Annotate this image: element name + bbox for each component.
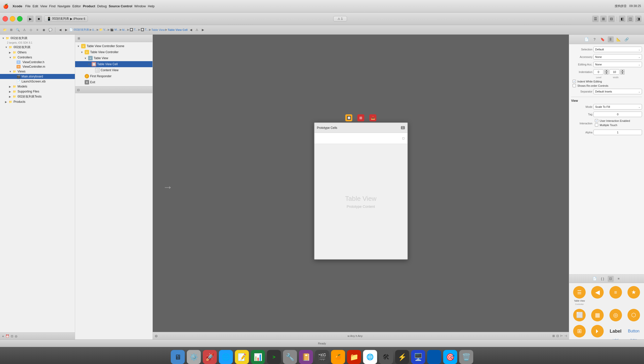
dock-finder[interactable]: 🖥 (171, 350, 185, 364)
nav-item-main-group[interactable]: ▼ 📁 002好友列表 (0, 45, 75, 50)
editing-acc-control[interactable]: None ⌄ (593, 62, 642, 67)
dock-sysprefs[interactable]: ⚙️ (187, 350, 201, 364)
dock-blue[interactable] (427, 350, 441, 364)
identity-inspector-icon[interactable]: 🔖 (600, 36, 606, 42)
level-down[interactable]: ▼ (604, 72, 608, 74)
obj-item-play[interactable]: ⏵ (589, 324, 606, 339)
run-button[interactable]: ▶ (27, 16, 34, 22)
indent-while-editing-checkbox[interactable] (573, 80, 576, 83)
nav-item-launchscreen[interactable]: 📄 LaunchScreen.xib (0, 79, 75, 84)
scene-filter-icon[interactable]: ⊡ (77, 88, 80, 92)
dock-terminal[interactable]: > (267, 350, 281, 364)
media-lib-icon[interactable]: ≡ (616, 276, 622, 282)
maximize-button[interactable] (17, 16, 23, 22)
level-up[interactable]: ▲ (604, 69, 608, 72)
obj-item-hex[interactable]: ⬡ (625, 308, 642, 322)
scene-item-tableview[interactable]: ▼ ≡ Table View (75, 55, 152, 61)
user-interaction-checkbox[interactable] (595, 119, 598, 122)
breadcrumb-7[interactable]: 🔲 T... (141, 28, 149, 31)
nav-item-project[interactable]: ▼ 📁 002好友列表 (0, 36, 75, 41)
nav-item-viewcontroller-m[interactable]: m ViewController.m (0, 64, 75, 69)
obj-item-star[interactable]: ★ (625, 285, 642, 306)
scene-item-content-view[interactable]: ⬜ Content View (75, 67, 152, 73)
search-nav-icon[interactable]: 🔍 (15, 27, 21, 33)
table-view-cell-row[interactable] (314, 133, 407, 144)
scene-item-tvc-scene[interactable]: ▼ ≡ Table View Controller Scene (75, 43, 152, 49)
dock-hammer[interactable]: 🛠 (379, 350, 393, 364)
shows-reorder-checkbox[interactable] (573, 84, 576, 87)
dock-display[interactable]: 🖥️ (411, 350, 425, 364)
nav-item-tests[interactable]: ▶ 📁 002好友列表Tests (0, 94, 75, 99)
obj-item-label-text[interactable]: Label Label (607, 324, 624, 339)
menu-navigate[interactable]: Navigate (58, 4, 70, 8)
editor-standard-button[interactable]: ☰ (592, 16, 599, 22)
dock-chrome[interactable]: 🌐 (363, 350, 377, 364)
menu-file[interactable]: File (25, 4, 31, 8)
nav-item-controllers[interactable]: ▼ 📁 Controllers (0, 55, 75, 60)
obj-item-tablevc[interactable]: ☰ Table View Controller (571, 285, 588, 306)
canvas-btn-2[interactable]: ⊡ (556, 334, 559, 338)
editor-version-button[interactable]: ⊟ (608, 16, 615, 22)
filter-button[interactable]: ⏰ (6, 334, 9, 338)
editor-assistant-button[interactable]: ⊞ (600, 16, 607, 22)
breadcrumb-project[interactable]: 📄 002好友列表 (69, 28, 89, 32)
breakpoint-nav-icon[interactable]: ◉ (41, 27, 47, 33)
multiple-touch-checkbox[interactable] (595, 123, 598, 127)
menu-debug[interactable]: Debug (97, 4, 107, 8)
storyboard-canvas[interactable]: → 🔲 ⊞ 📤 Prototype Cells (153, 35, 569, 339)
mode-control[interactable]: Scale To Fill ⌄ (593, 104, 642, 110)
breadcrumb-back[interactable]: ◀ (188, 27, 194, 33)
menu-source-control[interactable]: Source Control (109, 4, 132, 8)
size-inspector-icon[interactable]: 📐 (616, 36, 622, 42)
nav-item-supporting-files[interactable]: ▶ 📁 Supporting Files (0, 89, 75, 94)
dock-mixi[interactable]: 🍊 (331, 350, 345, 364)
connections-inspector-icon[interactable]: 🔗 (624, 36, 630, 42)
scene-item-first-responder[interactable]: ⚡ First Responder (75, 73, 152, 79)
canvas-zoom-out[interactable]: ⊖ (155, 334, 158, 338)
add-file-button[interactable]: + (2, 334, 4, 338)
apple-menu[interactable]: 🍎 (3, 4, 9, 9)
dock-instruments[interactable]: ⚡ (395, 350, 409, 364)
scene-item-exit[interactable]: ⬆ Exit (75, 79, 152, 85)
width-down[interactable]: ▼ (620, 72, 624, 74)
git-button[interactable]: ⊡ (11, 334, 13, 338)
level-stepper[interactable]: ▲ ▼ (604, 69, 608, 74)
minimize-button[interactable] (10, 16, 15, 22)
dock-tools[interactable]: 🔧 (283, 350, 297, 364)
obj-item-view[interactable]: ⬜ (571, 308, 588, 322)
scene-item-tableview-cell[interactable]: ▼ ⬜ Table View Cell (75, 61, 152, 67)
scene-item-tvc[interactable]: ▼ ≡ Table View Controller (75, 49, 152, 55)
debug-toggle[interactable]: ◫ (627, 16, 633, 22)
obj-item-back[interactable]: ◀ (589, 285, 606, 306)
accessory-control[interactable]: None ⌄ (593, 54, 642, 60)
obj-item-button-text[interactable]: Button Button (625, 324, 642, 339)
breadcrumb-table-view-cell[interactable]: Table View Cell (168, 28, 188, 31)
scheme-selector[interactable]: 📱 002好友列表 ▶ iPhone 6 (44, 16, 88, 22)
breadcrumb-6[interactable]: 🔲 T... (130, 28, 138, 31)
obj-item-tableview-obj[interactable]: ≡ (607, 285, 624, 306)
width-stepper[interactable]: ▲ ▼ (620, 69, 624, 74)
test-nav-icon[interactable]: ◇ (28, 27, 34, 33)
breadcrumb-2[interactable]: 0... (92, 28, 96, 31)
dock-dvd[interactable]: 🎬 (315, 350, 329, 364)
back-button[interactable]: ◀ (57, 27, 63, 33)
menu-find[interactable]: Find (49, 4, 55, 8)
nav-item-models[interactable]: ▶ 📁 Models (0, 84, 75, 89)
menu-view[interactable]: View (40, 4, 47, 8)
attributes-inspector-icon[interactable]: 🎚 (608, 36, 614, 42)
close-button[interactable] (3, 16, 8, 22)
menu-editor[interactable]: Editor (72, 4, 81, 8)
menu-xcode[interactable]: Xcode (13, 4, 22, 8)
breadcrumb-5[interactable]: M... (122, 28, 127, 31)
menu-help[interactable]: Help (148, 4, 155, 8)
alpha-field[interactable]: 1 (593, 130, 642, 135)
scene-grid-icon[interactable]: ⊞ (77, 36, 81, 41)
separator-control[interactable]: Default Insets ⌄ (593, 89, 642, 94)
dock-notes[interactable]: 📝 (235, 350, 249, 364)
file-template-icon[interactable]: 📄 (592, 276, 598, 282)
menu-edit[interactable]: Edit (33, 4, 38, 8)
obj-item-label-icon[interactable]: ⊞ (571, 324, 588, 339)
width-up[interactable]: ▲ (620, 69, 624, 72)
breadcrumb-4[interactable]: 🎬 M... (110, 28, 119, 31)
filter-symbol-button[interactable]: ◎ (15, 334, 17, 338)
